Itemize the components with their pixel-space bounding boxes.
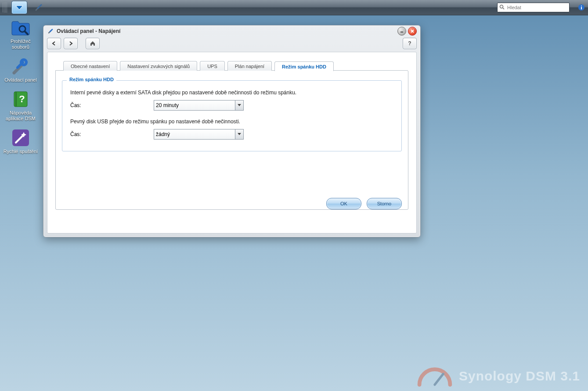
window-titlebar[interactable]: Ovládací panel - Napájení [43, 25, 420, 37]
minimize-button[interactable] [397, 27, 406, 36]
taskbar [0, 0, 588, 15]
svg-rect-4 [581, 6, 582, 7]
close-button[interactable] [408, 27, 417, 36]
svg-marker-14 [238, 104, 241, 106]
dialog-button-bar: OK Storno [56, 191, 408, 209]
forward-button[interactable] [64, 38, 78, 49]
help-button[interactable]: ? [403, 38, 417, 49]
tab-power-schedule[interactable]: Plán napájení [227, 61, 272, 71]
svg-rect-13 [400, 32, 403, 32]
tab-ups[interactable]: UPS [200, 61, 225, 71]
tab-beep[interactable]: Nastavení zvukových signálů [120, 61, 197, 71]
svg-rect-9 [15, 92, 17, 107]
select-value: žádný [156, 131, 170, 137]
svg-point-1 [500, 5, 503, 8]
window-toolbar: ? [43, 37, 420, 50]
folder-search-icon [11, 18, 31, 38]
window-body: Obecné nastavení Nastavení zvukových sig… [47, 52, 417, 233]
tab-panel: Režim spánku HDD Interní pevné disky a e… [55, 70, 408, 210]
tab-general[interactable]: Obecné nastavení [63, 61, 117, 71]
gauge-icon [415, 366, 455, 387]
desktop-icon-quick-start[interactable]: Rychlé spuštění [3, 128, 39, 154]
chevron-down-icon [235, 100, 243, 110]
desktop: Prohlížeč souborů Ovládací panel ? Nápov… [3, 18, 39, 154]
desktop-icon-file-browser[interactable]: Prohlížeč souborů [3, 18, 39, 50]
desktop-icon-label: Rychlé spuštění [4, 149, 38, 154]
fieldset-legend: Režim spánku HDD [67, 77, 116, 82]
home-button[interactable] [86, 38, 100, 49]
svg-rect-5 [581, 7, 582, 10]
window-title: Ovládací panel - Napájení [57, 28, 120, 34]
usb-description: Pevný disk USB přejde do režimu spánku p… [70, 118, 393, 125]
time-label: Čas: [70, 131, 154, 137]
svg-line-2 [503, 8, 504, 9]
search-input[interactable] [506, 4, 569, 11]
notification-icon[interactable] [577, 4, 585, 11]
hdd-hibernation-fieldset: Režim spánku HDD Interní pevné disky a e… [62, 80, 402, 151]
cancel-button[interactable]: Storno [367, 198, 402, 209]
desktop-icon-dsm-help[interactable]: ? Nápověda aplikace DSM [3, 89, 39, 122]
select-value: 20 minuty [156, 102, 179, 108]
help-book-icon: ? [11, 89, 31, 109]
svg-text:?: ? [19, 93, 25, 104]
back-button[interactable] [47, 38, 61, 49]
svg-marker-15 [238, 133, 241, 135]
search-icon [499, 4, 505, 11]
taskbar-item-control-panel[interactable] [31, 1, 47, 14]
watermark-text: Synology DSM 3.1 [459, 369, 580, 384]
time-label: Čas: [70, 102, 154, 108]
svg-line-16 [435, 374, 443, 384]
desktop-icon-label: Nápověda aplikace DSM [3, 110, 39, 122]
chevron-down-icon [235, 129, 243, 139]
wand-icon [11, 128, 31, 148]
desktop-icon-label: Ovládací panel [4, 77, 36, 83]
internal-time-select[interactable]: 20 minuty [154, 100, 244, 111]
taskbar-grip [3, 2, 8, 13]
ok-button[interactable]: OK [326, 198, 361, 209]
search-box[interactable] [497, 3, 570, 12]
brand-watermark: Synology DSM 3.1 [415, 366, 580, 387]
start-menu-button[interactable] [11, 1, 27, 14]
desktop-icon-control-panel[interactable]: Ovládací panel [3, 56, 39, 83]
control-panel-window: Ovládací panel - Napájení ? Obecné nasta… [43, 25, 421, 237]
tools-icon [47, 28, 54, 35]
internal-sata-description: Interní pevné disky a externí SATA disk … [70, 90, 393, 96]
tab-hdd-hibernation[interactable]: Režim spánku HDD [274, 61, 334, 71]
svg-marker-0 [16, 6, 23, 10]
tools-icon [11, 56, 31, 76]
tab-strip: Obecné nastavení Nastavení zvukových sig… [63, 61, 408, 71]
desktop-icon-label: Prohlížeč souborů [3, 39, 39, 50]
usb-time-select[interactable]: žádný [154, 129, 244, 140]
